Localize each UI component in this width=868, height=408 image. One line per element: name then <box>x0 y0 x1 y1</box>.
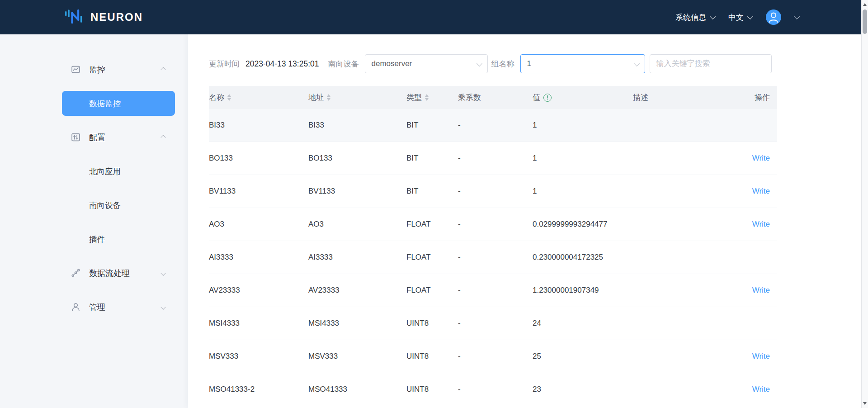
sidebar-item-plugins[interactable]: 插件 <box>62 222 175 256</box>
cell-name: BO133 <box>209 154 308 163</box>
cell-type: BIT <box>406 121 458 130</box>
info-icon[interactable]: ! <box>543 94 552 102</box>
column-address: 地址 <box>308 92 406 103</box>
chevron-down-icon <box>747 14 753 19</box>
sidebar-item-label: 数据流处理 <box>89 268 130 279</box>
main-content: 更新时间 2023-04-13 13:25:01 南向设备 demoserver… <box>188 34 861 408</box>
write-link[interactable]: Write <box>752 187 770 196</box>
cell-type: UINT8 <box>406 385 458 394</box>
table-row[interactable]: BV1133 BV1133 BIT - 1 Write <box>209 175 777 208</box>
table-row[interactable]: MSI4333 MSI4333 UINT8 - 24 <box>209 307 777 340</box>
group-name-value: 1 <box>527 59 531 68</box>
sidebar-item-data-monitoring[interactable]: 数据监控 <box>62 91 175 116</box>
cell-type: FLOAT <box>406 253 458 262</box>
write-link[interactable]: Write <box>752 385 770 394</box>
chevron-up-icon <box>160 135 165 140</box>
column-operation: 操作 <box>723 92 777 103</box>
table-row[interactable]: BO133 BO133 BIT - 1 Write <box>209 142 777 175</box>
sort-icon[interactable] <box>327 94 330 101</box>
cell-operation: Write <box>723 385 777 394</box>
scroll-up-arrow-icon[interactable] <box>862 1 868 8</box>
south-device-label: 南向设备 <box>328 59 359 69</box>
flow-icon <box>71 268 80 278</box>
cell-operation: Write <box>723 286 777 295</box>
cell-address: BI33 <box>308 121 406 130</box>
chevron-down-icon[interactable] <box>794 14 800 19</box>
sidebar-item-label: 管理 <box>89 302 105 313</box>
language-menu[interactable]: 中文 <box>728 12 752 23</box>
table-row[interactable]: MSO41333-2 MSO41333 UINT8 - 23 Write <box>209 373 777 406</box>
sliders-icon <box>71 133 80 142</box>
write-link[interactable]: Write <box>752 352 770 361</box>
column-label: 描述 <box>633 92 648 103</box>
chevron-down-icon <box>634 61 640 66</box>
group-name-select[interactable]: 1 <box>520 54 645 73</box>
cell-address: MSV333 <box>308 352 406 361</box>
chevron-down-icon <box>160 270 165 275</box>
sort-icon[interactable] <box>227 94 231 101</box>
neuron-logo-icon <box>65 9 84 26</box>
south-device-select[interactable]: demoserver <box>365 54 488 73</box>
cell-address: MSI4333 <box>308 319 406 328</box>
sidebar-item-data-stream[interactable]: 数据流处理 <box>62 256 175 290</box>
tags-table: 名称 地址 类型 乘系数 值 ! 描述 操作 <box>209 86 777 406</box>
south-device-value: demoserver <box>372 59 412 68</box>
cell-type: BIT <box>406 154 458 163</box>
sidebar-item-configuration[interactable]: 配置 <box>62 120 175 154</box>
scroll-down-arrow-icon[interactable] <box>862 400 868 407</box>
sidebar-item-label: 插件 <box>89 234 105 245</box>
sidebar-item-label: 北向应用 <box>89 166 121 177</box>
cell-type: FLOAT <box>406 220 458 229</box>
column-label: 乘系数 <box>458 92 481 103</box>
sidebar-nav: 监控 数据监控 配置 北向应用 南向设备 <box>62 52 175 324</box>
chevron-up-icon <box>160 67 165 72</box>
column-label: 类型 <box>406 92 422 103</box>
chevron-down-icon <box>710 14 716 19</box>
table-row[interactable]: AI3333 AI3333 FLOAT - 0.230000004172325 <box>209 241 777 274</box>
system-info-label: 系统信息 <box>675 12 706 23</box>
sidebar-item-management[interactable]: 管理 <box>62 290 175 324</box>
sidebar-item-monitoring[interactable]: 监控 <box>62 52 175 86</box>
cell-value: 23 <box>533 385 633 394</box>
write-link[interactable]: Write <box>752 286 770 295</box>
write-link[interactable]: Write <box>752 220 770 229</box>
sidebar-item-label: 监控 <box>89 64 105 75</box>
cell-name: MSI4333 <box>209 319 308 328</box>
cell-address: AV23333 <box>308 286 406 295</box>
scrollbar[interactable] <box>861 0 868 408</box>
cell-name: MSV333 <box>209 352 308 361</box>
table-row[interactable]: BI33 BI33 BIT - 1 <box>209 109 777 142</box>
brand: NEURON <box>65 9 143 26</box>
sidebar-item-north-apps[interactable]: 北向应用 <box>62 154 175 188</box>
cell-factor: - <box>458 121 533 130</box>
cell-value: 1 <box>533 154 633 163</box>
cell-operation: Write <box>723 154 777 163</box>
cell-name: AI3333 <box>209 253 308 262</box>
cell-factor: - <box>458 253 533 262</box>
brand-title: NEURON <box>90 11 143 24</box>
user-icon <box>71 302 80 312</box>
table-row[interactable]: AO3 AO3 FLOAT - 0.0299999993294477 Write <box>209 208 777 241</box>
table-row[interactable]: AV23333 AV23333 FLOAT - 1.23000001907349… <box>209 274 777 307</box>
scrollbar-thumb[interactable] <box>863 9 867 34</box>
sidebar-item-label: 南向设备 <box>89 200 121 211</box>
sidebar-item-south-devices[interactable]: 南向设备 <box>62 188 175 222</box>
cell-value: 1 <box>533 121 633 130</box>
cell-type: UINT8 <box>406 319 458 328</box>
sidebar-item-label: 配置 <box>89 132 105 143</box>
cell-address: AI3333 <box>308 253 406 262</box>
system-info-menu[interactable]: 系统信息 <box>675 12 715 23</box>
update-time-label: 更新时间 <box>209 59 240 69</box>
sort-icon[interactable] <box>425 94 429 101</box>
cell-value: 1 <box>533 187 633 196</box>
write-link[interactable]: Write <box>752 154 770 163</box>
column-label: 地址 <box>308 92 324 103</box>
avatar[interactable] <box>766 9 781 25</box>
table-row[interactable]: MSV333 MSV333 UINT8 - 25 Write <box>209 340 777 373</box>
cell-operation: Write <box>723 220 777 229</box>
cell-address: AO3 <box>308 220 406 229</box>
column-label: 值 <box>533 92 540 103</box>
top-header: NEURON 系统信息 中文 <box>0 0 861 34</box>
cell-address: BO133 <box>308 154 406 163</box>
search-input[interactable] <box>650 54 772 73</box>
